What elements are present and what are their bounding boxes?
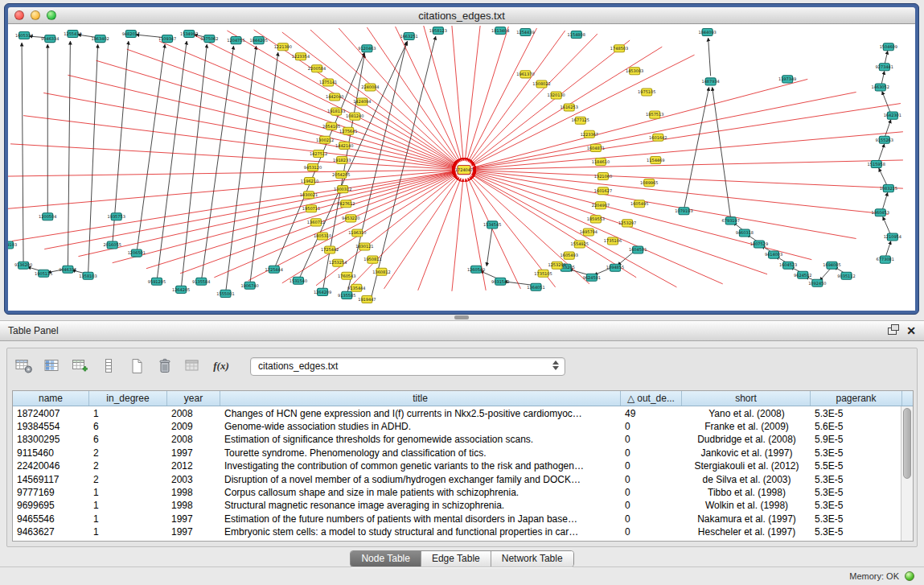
graph-node[interactable]: 1264205 <box>172 286 190 293</box>
cell-year[interactable]: 2008 <box>167 433 220 446</box>
graph-node[interactable]: 2204907 <box>592 202 610 209</box>
graph-node[interactable]: 1531540 <box>290 277 307 284</box>
graph-node[interactable]: 1958123 <box>429 27 447 35</box>
graph-node[interactable]: 6773081 <box>877 256 894 263</box>
graph-node[interactable]: 1604523 <box>779 262 797 269</box>
graph-node[interactable]: 1092450 <box>808 279 826 286</box>
graph-node[interactable]: 1196310 <box>348 229 366 237</box>
cell-in_degree[interactable]: 6 <box>89 433 167 446</box>
graph-node[interactable]: 1605495 <box>630 200 648 208</box>
graph-node[interactable]: 1154808 <box>568 31 585 39</box>
graph-node[interactable]: 1975105 <box>638 89 655 96</box>
graph-edge[interactable] <box>181 44 207 290</box>
graph-node[interactable]: 1223354 <box>292 53 310 60</box>
graph-node[interactable]: 9035112 <box>837 272 855 279</box>
graph-node[interactable]: 1604501 <box>629 246 647 253</box>
graph-node[interactable]: 1725442 <box>321 246 339 253</box>
table-columns-icon[interactable] <box>42 356 63 377</box>
cell-short[interactable]: Wolkin et al. (1998) <box>682 499 811 512</box>
cell-short[interactable]: Dudbridge et al. (2008) <box>682 433 811 446</box>
graph-node[interactable]: 1735106 <box>604 237 622 245</box>
graph-citation-edge[interactable] <box>472 55 695 166</box>
graph-node[interactable]: 1321060 <box>594 173 612 180</box>
graph-edge[interactable] <box>487 226 492 266</box>
tab-node-table[interactable]: Node Table <box>351 551 421 566</box>
graph-node[interactable]: 9624502 <box>794 271 811 278</box>
graph-node[interactable]: 9273441 <box>876 64 893 71</box>
citation-network-graph[interactable]: 1605334904633412554391863402948201711093… <box>8 24 915 311</box>
tab-network-table[interactable]: Network Table <box>491 551 573 566</box>
cell-title[interactable]: Embryonic stem cells: a model to study s… <box>220 525 621 538</box>
graph-node[interactable]: 1534545 <box>483 221 501 229</box>
graph-node[interactable]: 1724047 <box>455 165 473 174</box>
graph-node[interactable]: 6793197 <box>722 217 740 225</box>
graph-node[interactable]: 1081240 <box>346 113 363 120</box>
graph-node[interactable]: 1906740 <box>240 282 258 289</box>
cell-name[interactable]: 14569117 <box>13 472 89 485</box>
cell-name[interactable]: 9699695 <box>13 499 89 512</box>
column-header-title[interactable]: title <box>220 391 621 406</box>
graph-node[interactable]: 1089965 <box>640 179 658 187</box>
table-row[interactable]: 1872400712008Changes of HCN gene express… <box>13 406 913 419</box>
table-disabled-icon[interactable] <box>183 356 203 377</box>
graph-edge[interactable] <box>88 44 98 276</box>
delete-table-icon[interactable] <box>154 356 175 377</box>
cell-year[interactable]: 1997 <box>167 512 220 525</box>
graph-citation-edge[interactable] <box>113 172 456 263</box>
cell-year[interactable]: 1998 <box>167 485 220 498</box>
vertical-scrollbar[interactable] <box>901 406 913 541</box>
graph-citation-edge[interactable] <box>44 171 455 249</box>
column-header-name[interactable]: name <box>13 391 89 406</box>
graph-citation-edge[interactable] <box>97 60 456 167</box>
cell-out_degree[interactable]: 0 <box>621 525 682 538</box>
network-table-select[interactable]: citations_edges.txt <box>250 357 565 376</box>
graph-node[interactable]: 1069103 <box>8 241 17 249</box>
cell-pagerank[interactable]: 5.3E-5 <box>811 485 902 498</box>
graph-node[interactable]: 1254439 <box>516 29 534 36</box>
cell-pagerank[interactable]: 5.5E-5 <box>811 459 902 472</box>
cell-in_degree[interactable]: 2 <box>89 446 167 459</box>
graph-node[interactable]: 2054205 <box>332 171 350 179</box>
graph-node[interactable]: 1184610 <box>592 158 610 165</box>
graph-node[interactable]: 1859553 <box>587 216 605 223</box>
splitter-handle[interactable] <box>454 315 469 319</box>
graph-node[interactable]: 1154469 <box>647 156 664 163</box>
cell-name[interactable]: 9115460 <box>13 446 89 459</box>
graph-node[interactable]: 1616253 <box>561 104 578 111</box>
table-row[interactable]: 1830029562008Estimation of significance … <box>13 433 913 446</box>
cell-short[interactable]: Tibbo et al. (1998) <box>682 485 811 498</box>
network-canvas[interactable]: 1605334904633412554391863402948201711093… <box>8 24 915 311</box>
graph-node[interactable]: 1320130 <box>547 92 565 99</box>
cell-name[interactable]: 9465546 <box>13 512 89 525</box>
cell-year[interactable]: 2012 <box>167 459 220 472</box>
function-builder-icon[interactable]: f(x) <box>211 356 232 377</box>
cell-out_degree[interactable]: 0 <box>621 433 682 446</box>
cell-name[interactable]: 18724007 <box>13 406 89 419</box>
cell-pagerank[interactable]: 5.6E-5 <box>811 419 902 432</box>
cell-title[interactable]: Tourette syndrome. Phenomenology and cla… <box>220 446 621 459</box>
cell-short[interactable]: Jankovic et al. (1997) <box>682 446 811 459</box>
graph-citation-edge[interactable] <box>424 26 462 161</box>
graph-node[interactable]: 1253254 <box>329 259 347 266</box>
graph-node[interactable]: 1358103 <box>79 272 97 279</box>
graph-node[interactable]: 1360453 <box>872 209 889 216</box>
graph-node[interactable]: 1083215 <box>880 185 897 192</box>
cell-out_degree[interactable]: 0 <box>621 459 682 472</box>
tab-edge-table[interactable]: Edge Table <box>421 551 491 566</box>
graph-citation-edge[interactable] <box>23 116 455 169</box>
cell-out_degree[interactable]: 49 <box>621 406 682 419</box>
graph-node[interactable]: 1663251 <box>400 33 417 40</box>
table-row[interactable]: 969969511998Structural magnetic resonanc… <box>13 499 913 512</box>
column-header-in_degree[interactable]: in_degree <box>89 391 167 406</box>
graph-node[interactable]: 1442040 <box>326 93 343 101</box>
cell-in_degree[interactable]: 1 <box>89 485 167 498</box>
graph-node[interactable]: 1200504 <box>39 213 56 220</box>
memory-ok-led-icon[interactable] <box>905 571 914 581</box>
graph-node[interactable]: 1308022 <box>532 80 550 88</box>
graph-node[interactable]: 1725444 <box>265 266 283 273</box>
graph-node[interactable]: 1748503 <box>610 45 628 52</box>
graph-citation-edge[interactable] <box>465 26 480 161</box>
cell-out_degree[interactable]: 0 <box>621 472 682 485</box>
graph-node[interactable]: 1844093 <box>698 29 716 36</box>
graph-node[interactable]: 1360712 <box>307 219 325 226</box>
